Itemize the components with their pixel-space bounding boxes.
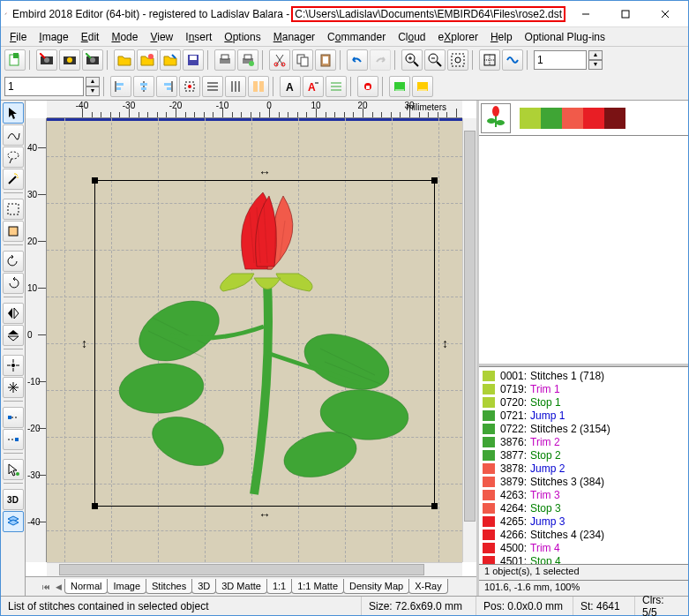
tool-3d[interactable]: 3D: [3, 489, 24, 510]
tool-crop[interactable]: [3, 221, 24, 242]
tab-image[interactable]: Image: [107, 579, 146, 594]
menu-insert[interactable]: Insert: [180, 29, 217, 45]
menu-options[interactable]: Options: [219, 29, 266, 45]
scale-spinner[interactable]: ▲▼: [86, 77, 100, 96]
new-button[interactable]: [4, 49, 26, 71]
tool-center[interactable]: [3, 355, 24, 376]
menu-image[interactable]: Image: [34, 29, 73, 45]
tab-1-1-matte[interactable]: 1:1 Matte: [291, 579, 344, 594]
tool-rotate-right[interactable]: [3, 273, 24, 294]
lock-button[interactable]: [357, 76, 378, 97]
stitch-row[interactable]: 4501:Stop 4: [479, 554, 688, 564]
tab-nav-prev[interactable]: ◀: [52, 579, 64, 595]
palette-swatch-4[interactable]: [604, 108, 625, 129]
palette-swatch-1[interactable]: [541, 108, 562, 129]
scrollbar-horizontal[interactable]: [47, 562, 462, 576]
palette-swatch-3[interactable]: [583, 108, 604, 129]
menu-file[interactable]: File: [4, 29, 32, 45]
text-button[interactable]: A: [280, 76, 301, 97]
menu-optional-plug-ins[interactable]: Optional Plug-ins: [520, 29, 610, 45]
grid-button[interactable]: [479, 49, 500, 71]
menu-help[interactable]: Help: [485, 29, 518, 45]
zoom-in-button[interactable]: [401, 49, 423, 71]
scale-input[interactable]: 1: [4, 77, 84, 96]
align5-button[interactable]: [202, 76, 223, 97]
stitch-list[interactable]: 0001:Stitches 1 (718)0719:Trim 10720:Sto…: [479, 366, 688, 564]
stitch-row[interactable]: 0719:Trim 1: [479, 382, 688, 395]
palette-swatch-0[interactable]: [520, 108, 541, 129]
palette-swatch-2[interactable]: [562, 108, 583, 129]
camera1-button[interactable]: [36, 49, 57, 71]
zoom-spinner[interactable]: ▲▼: [588, 50, 603, 70]
align4-button[interactable]: [179, 76, 200, 97]
camera2-button[interactable]: [59, 49, 80, 71]
save-button[interactable]: [183, 49, 204, 71]
menu-edit[interactable]: Edit: [76, 29, 105, 45]
stitch-dir-button[interactable]: [326, 76, 347, 97]
zoom-input[interactable]: 1: [534, 50, 587, 70]
menu-commander[interactable]: Commander: [322, 29, 391, 45]
stitch-row[interactable]: 4263:Trim 3: [479, 488, 688, 501]
tool-flip-v[interactable]: [3, 325, 24, 346]
stitch-view-button[interactable]: [502, 49, 523, 71]
open3-button[interactable]: [160, 49, 181, 71]
close-button[interactable]: [645, 2, 685, 26]
stitch-row[interactable]: 4266:Stitches 4 (234): [479, 528, 688, 541]
tool-snap[interactable]: [3, 377, 24, 398]
menu-explorer[interactable]: eXplorer: [433, 29, 483, 45]
stitch-row[interactable]: 3878:Jump 2: [479, 462, 688, 475]
tool-anchor2[interactable]: [3, 429, 24, 450]
paste-button[interactable]: [315, 49, 336, 71]
menu-cloud[interactable]: Cloud: [393, 29, 431, 45]
tab-1-1[interactable]: 1:1: [266, 579, 292, 594]
text2-button[interactable]: A: [303, 76, 324, 97]
tab-nav-first[interactable]: ⏮: [40, 579, 52, 595]
flag1-button[interactable]: [389, 76, 410, 97]
align7-button[interactable]: [248, 76, 269, 97]
scrollbar-vertical[interactable]: [462, 118, 476, 562]
tool-lasso[interactable]: [3, 146, 24, 168]
menu-manager[interactable]: Manager: [268, 29, 320, 45]
camera3-button[interactable]: [82, 49, 103, 71]
tool-rotate-left[interactable]: [3, 251, 24, 272]
align2-button[interactable]: [133, 76, 154, 97]
tab-3d[interactable]: 3D: [191, 579, 216, 594]
stitch-row[interactable]: 0722:Stitches 2 (3154): [479, 422, 688, 435]
print-button[interactable]: [214, 49, 236, 71]
zoom-out-button[interactable]: [424, 49, 446, 71]
select-tool[interactable]: [3, 102, 24, 124]
stitch-row[interactable]: 4264:Stop 3: [479, 501, 688, 515]
flag2-button[interactable]: [412, 76, 433, 97]
menu-view[interactable]: View: [145, 29, 178, 45]
copy-button[interactable]: [292, 49, 313, 71]
maximize-button[interactable]: [605, 2, 645, 26]
stitch-row[interactable]: 4265:Jump 3: [479, 515, 688, 528]
stitch-row[interactable]: 3879:Stitches 3 (384): [479, 475, 688, 488]
align1-button[interactable]: [110, 76, 131, 97]
preview-thumbnail[interactable]: [481, 103, 511, 133]
tool-pointer2[interactable]: [3, 459, 24, 480]
minimize-button[interactable]: [565, 2, 605, 26]
stitch-row[interactable]: 3877:Stop 2: [479, 448, 688, 462]
stitch-row[interactable]: 0720:Stop 1: [479, 395, 688, 409]
open-button[interactable]: [114, 49, 135, 71]
tool-marquee[interactable]: [3, 199, 24, 220]
stitch-row[interactable]: 0721:Jump 1: [479, 409, 688, 422]
redo-button[interactable]: [370, 49, 391, 71]
tool-layers[interactable]: [3, 511, 24, 532]
cut-button[interactable]: [269, 49, 290, 71]
open2-button[interactable]: [137, 49, 158, 71]
tab-normal[interactable]: Normal: [64, 579, 108, 594]
undo-button[interactable]: [347, 49, 368, 71]
tab-3d-matte[interactable]: 3D Matte: [215, 579, 267, 594]
tab-density-map[interactable]: Density Map: [343, 579, 409, 594]
tool-magic[interactable]: [3, 169, 24, 190]
tool-freehand[interactable]: [3, 124, 24, 146]
tab-x-ray[interactable]: X-Ray: [408, 579, 448, 594]
design-canvas[interactable]: ↔ ↔ ↕ ↕: [47, 118, 462, 562]
align6-button[interactable]: [225, 76, 246, 97]
tool-flip-h[interactable]: [3, 303, 24, 324]
tool-anchor1[interactable]: [3, 407, 24, 428]
menu-mode[interactable]: Mode: [106, 29, 143, 45]
stitch-row[interactable]: 3876:Trim 2: [479, 435, 688, 448]
